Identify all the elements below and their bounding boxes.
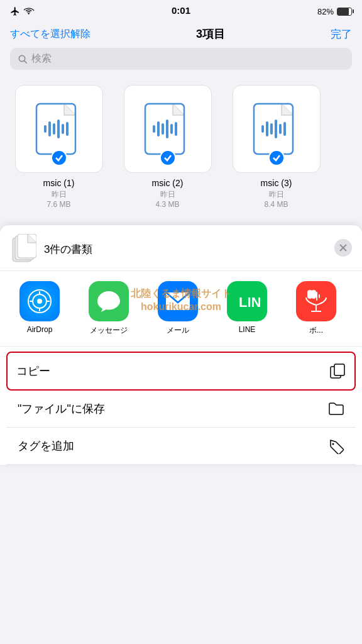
file-audio-icon-2 — [140, 101, 195, 157]
add-tag-action[interactable]: タグを追加 — [6, 428, 356, 465]
svg-point-50 — [332, 443, 334, 445]
file-audio-icon-1 — [31, 101, 87, 157]
files-grid: msic (1) 昨日 7.6 MB — [10, 85, 352, 209]
search-bar[interactable]: 検索 — [10, 48, 352, 70]
app-item-mail[interactable]: メール — [143, 281, 212, 336]
svg-rect-5 — [48, 121, 51, 136]
copy-action[interactable]: コピー — [8, 353, 354, 389]
actions-list: コピー "ファイル"に保存 タグを追加 — [0, 346, 362, 465]
check-badge-2 — [160, 150, 176, 166]
airplane-icon — [10, 6, 20, 16]
battery-fill — [337, 8, 349, 15]
close-icon — [339, 244, 347, 252]
airdrop-inner-icon — [27, 289, 52, 314]
app-item-messages[interactable]: メッセージ — [74, 281, 143, 336]
deselect-all-button[interactable]: すべてを選択解除 — [10, 28, 90, 41]
check-badge-3 — [268, 150, 285, 166]
file-size-1: 7.6 MB — [47, 200, 70, 209]
svg-rect-8 — [62, 124, 64, 134]
status-bar: 0:01 82% — [0, 0, 362, 23]
files-section: msic (1) 昨日 7.6 MB — [0, 77, 362, 219]
battery-icon — [337, 8, 352, 16]
share-close-button[interactable] — [334, 239, 352, 257]
file-item-1[interactable]: msic (1) 昨日 7.6 MB — [10, 85, 107, 209]
file-name-1: msic (1) — [43, 178, 75, 188]
file-name-2: msic (2) — [152, 178, 184, 188]
file-date-2: 昨日 — [160, 189, 175, 200]
file-icon-wrap-3 — [233, 85, 321, 173]
save-files-label: "ファイル"に保存 — [18, 401, 105, 416]
app-label-line: LINE — [239, 325, 256, 334]
file-icon-wrap-2 — [124, 85, 212, 173]
airdrop-icon — [19, 281, 60, 321]
done-button[interactable]: 完了 — [331, 27, 352, 42]
svg-rect-9 — [66, 122, 69, 136]
file-date-3: 昨日 — [269, 189, 284, 200]
folder-icon — [328, 401, 344, 417]
mail-inner-icon — [165, 291, 191, 311]
app-item-line[interactable]: LINE LINE — [212, 281, 282, 336]
copy-icon-svg — [329, 363, 346, 379]
check-badge-1 — [51, 150, 67, 166]
messages-inner-icon — [96, 289, 121, 313]
file-date-1: 昨日 — [52, 189, 67, 200]
svg-rect-45 — [314, 294, 315, 299]
file-item-3[interactable]: msic (3) 昨日 8.4 MB — [228, 85, 325, 209]
svg-rect-15 — [166, 119, 168, 138]
svg-point-0 — [19, 55, 25, 61]
svg-line-1 — [25, 60, 27, 63]
svg-rect-49 — [334, 364, 344, 375]
svg-rect-46 — [316, 292, 317, 301]
svg-text:LINE: LINE — [239, 294, 260, 310]
search-icon — [18, 54, 28, 64]
svg-rect-29 — [18, 234, 36, 258]
svg-rect-20 — [261, 125, 264, 133]
save-files-action[interactable]: "ファイル"に保存 — [6, 391, 356, 428]
status-time: 0:01 — [172, 5, 190, 16]
add-tag-label: タグを追加 — [18, 438, 74, 453]
file-audio-icon-3 — [249, 101, 304, 157]
svg-rect-16 — [170, 124, 173, 134]
mail-icon — [158, 281, 198, 321]
app-label-messages: メッセージ — [90, 325, 128, 336]
svg-point-34 — [37, 299, 42, 304]
file-name-3: msic (3) — [261, 178, 292, 188]
svg-rect-25 — [283, 122, 286, 136]
tag-icon-svg — [328, 438, 344, 454]
svg-rect-22 — [270, 123, 273, 135]
svg-rect-21 — [266, 121, 268, 136]
svg-rect-6 — [53, 123, 55, 135]
svg-rect-47 — [319, 294, 320, 298]
share-doc-icon — [10, 234, 36, 264]
app-label-voicememo: ボ... — [309, 325, 323, 336]
messages-icon — [89, 281, 129, 321]
file-item-2[interactable]: msic (2) 昨日 4.3 MB — [119, 85, 216, 209]
file-icon-wrap-1 — [15, 85, 103, 173]
svg-rect-14 — [162, 123, 164, 135]
voicememo-icon — [296, 281, 336, 321]
copy-icon — [329, 363, 346, 379]
status-right: 82% — [317, 7, 352, 16]
svg-rect-23 — [275, 119, 277, 138]
search-placeholder: 検索 — [31, 52, 52, 65]
svg-rect-13 — [157, 121, 160, 136]
line-icon: LINE — [227, 281, 267, 321]
copy-label: コピー — [16, 364, 50, 379]
app-item-voicememo[interactable]: ボ... — [282, 281, 351, 336]
share-sheet: 3件の書類 AirDrop — [0, 225, 362, 465]
line-inner-icon: LINE — [234, 288, 260, 314]
file-size-2: 4.3 MB — [155, 200, 179, 209]
folder-icon-svg — [328, 402, 344, 416]
battery-percent: 82% — [317, 7, 334, 16]
nav-bar: すべてを選択解除 3項目 完了 — [0, 23, 362, 48]
app-label-mail: メール — [167, 325, 189, 336]
status-left-icons — [10, 6, 35, 16]
svg-rect-24 — [279, 124, 282, 134]
share-header: 3件の書類 — [0, 225, 362, 271]
share-title: 3件の書類 — [44, 242, 92, 257]
tag-icon — [328, 438, 344, 454]
svg-rect-12 — [153, 125, 155, 133]
svg-rect-4 — [44, 125, 47, 133]
apps-row: AirDrop メッセージ メール — [0, 271, 362, 341]
app-item-airdrop[interactable]: AirDrop — [5, 281, 74, 336]
